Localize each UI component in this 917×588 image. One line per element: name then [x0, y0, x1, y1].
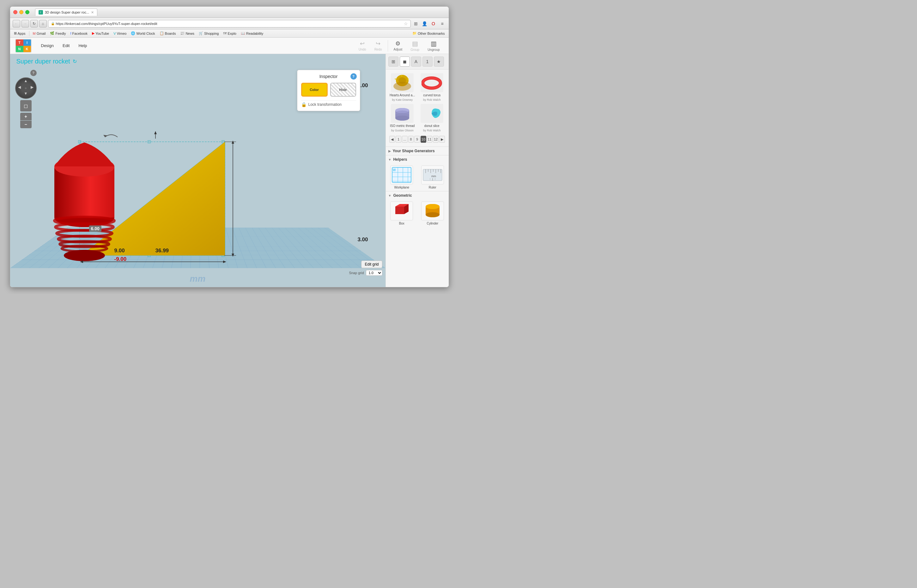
bookmark-facebook[interactable]: f Facebook	[68, 31, 89, 36]
view-mode-star[interactable]: ★	[434, 57, 444, 67]
svg-point-71	[426, 212, 439, 217]
bookmark-news[interactable]: 📰 News	[178, 31, 196, 36]
app-content: T I N K Design Edit Help ↩ Undo ↪ Redo	[10, 37, 449, 287]
canvas-area[interactable]: Super duper rocket ↻ ? ▲ ◀ ⊕	[10, 54, 386, 287]
iso-thread-name: ISO metric thread	[390, 124, 415, 128]
close-button[interactable]	[13, 10, 17, 14]
logo-n: N	[16, 46, 23, 52]
bookmark-readability[interactable]: 📖 Readability	[239, 31, 265, 36]
menu-help[interactable]: Help	[74, 41, 91, 50]
nav-controls: ? ▲ ◀ ⊕ ▶ ▼ ◻	[15, 70, 37, 128]
shape-hearts-around[interactable]: ♥ ♥ ♥ Hearts Around a... by Kate Downey	[389, 73, 416, 101]
address-bar[interactable]: 🔒 https://tinkercad.com/things/cptPUuy9Y…	[48, 20, 411, 27]
nav-help-icon[interactable]: ?	[30, 70, 37, 76]
edit-grid-button[interactable]: Edit grid	[361, 260, 382, 268]
ungroup-button[interactable]: ▥ Ungroup	[424, 39, 443, 53]
geometric-header[interactable]: ▼ Geometric	[386, 191, 449, 200]
bookmark-worldclock[interactable]: 🌐 World Clock	[129, 31, 157, 36]
bookmark-vimeo[interactable]: V Vimeo	[112, 31, 128, 36]
menu-design[interactable]: Design	[37, 41, 58, 50]
view-mode-text[interactable]: A	[411, 57, 421, 67]
hearts-around-preview: ♥ ♥ ♥	[391, 73, 414, 92]
nav-up-arrow[interactable]: ▲	[23, 79, 29, 85]
extensions-button[interactable]: ⊞	[412, 20, 420, 27]
menu-edit[interactable]: Edit	[58, 41, 74, 50]
bookmark-boards[interactable]: 📋 Boards	[158, 31, 178, 36]
rename-icon[interactable]: ↻	[73, 58, 77, 65]
view-mode-grid[interactable]: ⊞	[388, 57, 399, 67]
undo-button[interactable]: ↩ Undo	[355, 39, 370, 52]
active-tab[interactable]: T 3D design Super duper roc... ✕	[35, 8, 98, 16]
bookmark-explo[interactable]: 🗺 Explo	[221, 31, 238, 36]
bookmark-shopping-label: Shopping	[204, 32, 219, 36]
redo-button[interactable]: ↪ Redo	[371, 39, 386, 52]
geometric-cylinder[interactable]: Cylinder	[418, 202, 447, 225]
nav-right-arrow[interactable]: ▶	[29, 85, 36, 91]
page-10[interactable]: 10	[421, 136, 426, 143]
hearts-around-svg: ♥ ♥ ♥	[392, 74, 413, 92]
home-button[interactable]: ⌂	[39, 20, 47, 27]
ungroup-icon: ▥	[431, 40, 437, 47]
explo-icon: 🗺	[223, 32, 227, 36]
bookmark-other[interactable]: 📁 Other Bookmarks	[410, 31, 447, 36]
nav-orbit-control[interactable]: ▲ ◀ ⊕ ▶ ▼	[15, 78, 37, 99]
forward-button[interactable]: →	[21, 20, 29, 27]
shape-generators-header[interactable]: ▶ Your Shape Generators	[386, 147, 449, 155]
tab-favicon: T	[39, 10, 43, 15]
page-1[interactable]: 1	[395, 136, 401, 143]
page-12[interactable]: 12	[433, 136, 439, 143]
adjust-button[interactable]: ⚙ Adjust	[390, 39, 407, 52]
helpers-header[interactable]: ▼ Helpers	[386, 155, 449, 163]
maximize-button[interactable]	[25, 10, 29, 14]
group-button[interactable]: ▤ Group	[407, 39, 423, 53]
shape-donut-slice[interactable]: donut slice by Rob Walch	[418, 104, 446, 132]
page-11[interactable]: 11	[427, 136, 433, 143]
iso-thread-preview	[391, 104, 414, 123]
tinkercad-logo[interactable]: T I N K	[15, 39, 32, 53]
nav-right-buttons: ⊞ 👤 O ≡	[412, 20, 446, 27]
svg-point-44	[395, 116, 409, 121]
color-button[interactable]: Color	[301, 83, 328, 97]
cube-view-button[interactable]: ◻	[20, 100, 32, 111]
opera-button[interactable]: O	[430, 20, 437, 27]
geometric-grid: Box Cylinder	[386, 200, 449, 227]
bookmark-star-icon[interactable]: ☆	[404, 21, 408, 26]
page-9[interactable]: 9	[414, 136, 420, 143]
nav-left-arrow[interactable]: ◀	[16, 85, 23, 91]
snap-grid-select[interactable]: 1.0 0.5 0.25	[366, 270, 382, 276]
bookmark-youtube[interactable]: ▶ YouTube	[90, 31, 111, 36]
profile-button[interactable]: 👤	[421, 20, 428, 27]
dimension-neg9: -9.00	[114, 256, 127, 262]
hole-button[interactable]: Hole	[330, 83, 356, 97]
page-prev-button[interactable]: ◀	[389, 136, 395, 143]
bookmark-shopping[interactable]: 🛒 Shopping	[197, 31, 221, 36]
geometric-box[interactable]: Box	[388, 202, 416, 225]
iso-thread-svg	[392, 105, 413, 122]
nav-center[interactable]: ⊕	[23, 85, 29, 91]
svg-text:♥: ♥	[407, 78, 409, 81]
minimize-button[interactable]	[19, 10, 23, 14]
tab-close-icon[interactable]: ✕	[91, 10, 94, 15]
refresh-button[interactable]: ↻	[30, 20, 38, 27]
bookmark-feedly[interactable]: 🌿 Feedly	[48, 31, 68, 36]
bookmark-feedly-label: Feedly	[55, 32, 66, 36]
zoom-in-button[interactable]: +	[20, 113, 32, 120]
dimension-6: 6.00	[89, 226, 101, 232]
helper-ruler[interactable]: mm Ruler	[418, 165, 447, 189]
shape-curved-torus[interactable]: curved torus by Rob Walch	[418, 73, 446, 101]
shape-iso-thread[interactable]: ISO metric thread by Gustav Olsson	[389, 104, 416, 132]
page-next-button[interactable]: ▶	[439, 136, 445, 143]
view-mode-solid[interactable]: ◼	[400, 57, 410, 67]
nav-down-arrow[interactable]: ▼	[23, 91, 29, 98]
settings-button[interactable]: ≡	[439, 20, 446, 27]
inspector-help-button[interactable]: ?	[350, 73, 357, 79]
news-icon: 📰	[180, 31, 185, 36]
view-mode-number[interactable]: 1	[423, 57, 433, 67]
bookmark-apps[interactable]: ⊞ Apps	[12, 31, 28, 36]
page-8[interactable]: 8	[408, 136, 414, 143]
workplane-svg: W	[391, 166, 412, 184]
zoom-out-button[interactable]: −	[20, 121, 32, 128]
helper-workplane[interactable]: W Workplane	[388, 165, 416, 189]
back-button[interactable]: ←	[13, 20, 20, 27]
bookmark-gmail[interactable]: M Gmail	[31, 31, 48, 36]
